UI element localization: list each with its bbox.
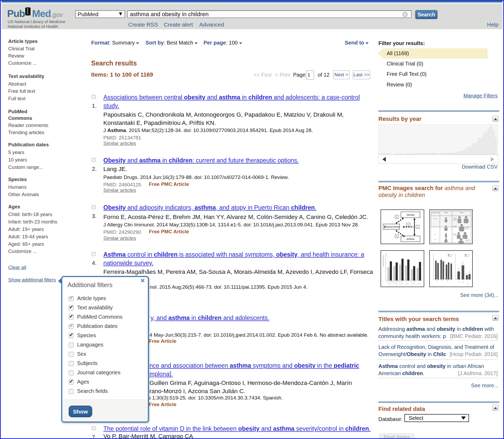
svg-text:underweight: underweight <box>387 281 392 282</box>
svg-text:lean: lean <box>467 256 469 257</box>
svg-text:%BF: %BF <box>467 283 469 284</box>
svg-text:Asthma Prevalence: Asthma Prevalence <box>382 255 384 267</box>
svg-text:overweight: overweight <box>399 281 403 282</box>
svg-text:(n=208): (n=208) <box>388 283 391 284</box>
svg-text:obese: obese <box>450 254 453 256</box>
svg-text:(n=7101): (n=7101) <box>417 283 421 284</box>
svg-text:healthy weight: healthy weight <box>392 281 399 282</box>
svg-text:obese: obese <box>467 254 470 256</box>
svg-text:At age: At age <box>460 212 463 213</box>
svg-text:all: all <box>418 281 419 282</box>
svg-text:(n=650): (n=650) <box>405 283 409 284</box>
svg-text:Obese: Obese <box>434 226 437 227</box>
svg-text:FFM: FFM <box>462 282 464 283</box>
svg-text:Other: Other <box>434 239 437 240</box>
svg-text:Normal: Normal <box>434 218 437 219</box>
svg-text:5: 5 <box>396 216 397 218</box>
svg-text:(n=214): (n=214) <box>411 283 415 284</box>
svg-text:FM: FM <box>458 282 459 283</box>
svg-text:Obesity: Obesity <box>406 214 414 216</box>
svg-text:(n=5003): (n=5003) <box>394 283 397 284</box>
svg-text:severe obese: severe obese <box>410 281 416 282</box>
svg-text:Sample/Visual: Sample/Visual <box>432 212 439 213</box>
svg-text:3: 3 <box>396 235 397 238</box>
svg-text:1: 1 <box>417 226 418 228</box>
svg-text:Physical activity: Physical activity <box>385 226 400 228</box>
svg-text:(n=1026): (n=1026) <box>399 283 403 284</box>
svg-text:At birth: At birth <box>444 212 448 213</box>
svg-text:WC: WC <box>441 280 443 281</box>
svg-text:Lean: Lean <box>434 234 436 235</box>
svg-text:BMI: BMI <box>436 280 438 281</box>
svg-text:4: 4 <box>408 224 409 226</box>
svg-text:WHtR: WHtR <box>446 280 449 281</box>
svg-text:lean: lean <box>450 256 452 257</box>
svg-text:obese: obese <box>406 281 408 282</box>
svg-text:Asthma: Asthma <box>406 238 414 240</box>
